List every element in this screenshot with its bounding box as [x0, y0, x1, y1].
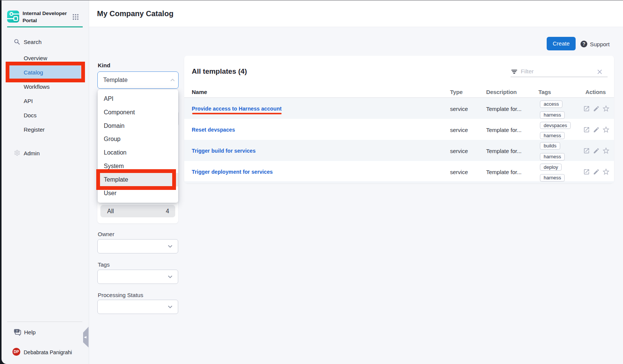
- svg-text:?: ?: [16, 329, 18, 333]
